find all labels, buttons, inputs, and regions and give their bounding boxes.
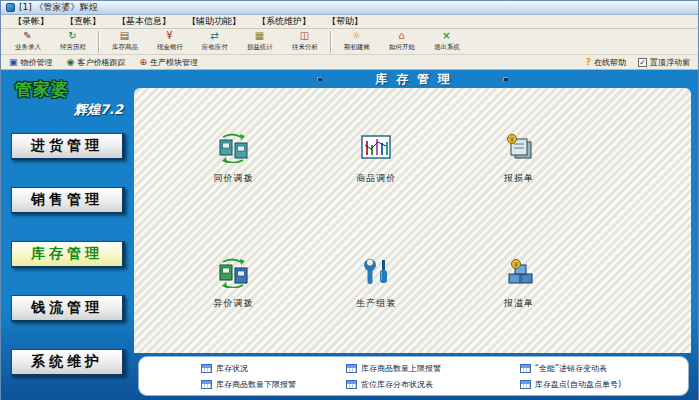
table-icon [520,364,531,373]
menubar: 【录帐】 【查帐】 【基本信息】 【辅助功能】 【系统维护】 【帮助】 [1,15,698,29]
sidebar: 管家婆 辉煌7.2 进货管理 销售管理 库存管理 钱流管理 系统维护 [9,70,131,400]
production-assembly-icon [358,258,394,292]
toolbar-separator [330,31,331,53]
toolbar-label: 库存商品 [112,42,138,51]
toolbar-cash-bank[interactable]: ¥ 现金银行 [147,30,192,52]
module-overflow-report[interactable]: ¥ 报溢单 [448,222,591,348]
cash-bank-icon: ¥ [166,30,172,42]
page-header-band: 库存管理 [134,70,691,88]
toolbar-customer-price-track[interactable]: ◉ 客户价格跟踪 [67,57,126,68]
link-label: “全能”进销存变动表 [535,363,607,374]
page-title: 库存管理 [366,71,459,88]
content-area: 管家婆 辉煌7.2 进货管理 销售管理 库存管理 钱流管理 系统维护 库存管理 [1,70,698,400]
online-help-button[interactable]: ? 在线帮助 [586,57,626,68]
app-logo: 管家婆 辉煌7.2 [15,78,123,119]
same-price-transfer-icon [215,133,251,167]
initial-setup-icon: ☼ [352,30,361,42]
toolbar-how-to-start[interactable]: ⌂ 如何开始 [379,30,424,52]
sidebar-item-sales[interactable]: 销售管理 [11,187,125,214]
main-area: 库存管理 [131,70,698,400]
business-entry-icon: ✎ [23,30,31,42]
toolbar-label: 生产模块管理 [150,57,198,68]
module-loss-report[interactable]: ¥ 报损单 [448,96,591,222]
toolbar-right-group: ? 在线帮助 ✓ 置顶浮动窗 [586,57,690,68]
menu-help[interactable]: 【帮助】 [327,15,363,28]
menu-sys-maintain[interactable]: 【系统维护】 [257,15,311,28]
module-panel: 同价调拨 商品调价 [134,88,691,353]
sidebar-item-maintenance[interactable]: 系统维护 [11,349,125,376]
logo-version-text: 辉煌7.2 [15,101,123,119]
toolbar-business-entry[interactable]: ✎ 业务录入 [5,30,50,52]
sidebar-item-inventory[interactable]: 库存管理 [11,241,125,268]
menu-query[interactable]: 【查帐】 [65,15,101,28]
float-window-toggle[interactable]: ✓ 置顶浮动窗 [638,57,690,68]
header-dot-icon [503,77,508,81]
exit-system-icon: × [442,30,450,42]
sidebar-item-purchase[interactable]: 进货管理 [11,133,125,160]
float-window-checkbox[interactable]: ✓ [638,58,647,67]
link-label: 库存盘点(自动盘点单号) [535,379,621,390]
link-location-distribution[interactable]: 货位库存分布状况表 [346,379,520,390]
toolbar-label: 损益统计 [247,42,273,51]
module-label: 报溢单 [504,297,534,310]
transaction-analysis-icon: ◫ [300,30,309,42]
svg-text:¥: ¥ [510,135,515,143]
goods-price-adjust-icon [358,133,394,167]
diff-price-transfer-icon [215,258,251,292]
window-title: [1] 《管家婆》辉煌 [19,1,98,14]
app-window: [1] 《管家婆》辉煌 【录帐】 【查帐】 【基本信息】 【辅助功能】 【系统维… [0,0,699,400]
sidebar-item-cashflow[interactable]: 钱流管理 [11,295,125,322]
toolbar-initial-setup[interactable]: ☼ 期初建账 [334,30,379,52]
toolbar-transaction-analysis[interactable]: ◫ 往来分析 [282,30,327,52]
svg-text:¥: ¥ [514,261,519,269]
module-label: 同价调拨 [213,172,253,185]
toolbar-business-history[interactable]: ↻ 经营历程 [50,30,95,52]
module-goods-price-adjust[interactable]: 商品调价 [305,96,448,222]
toolbar-production-module[interactable]: ⊕ 生产模块管理 [139,57,198,68]
menu-record[interactable]: 【录帐】 [13,15,49,28]
toolbar-label: 物价管理 [21,57,53,68]
link-almighty-change-table[interactable]: “全能”进销存变动表 [520,363,684,374]
overflow-report-icon: ¥ [501,258,537,292]
toolbar-label: 经营历程 [60,42,86,51]
profit-loss-icon: ▦ [255,30,264,42]
link-upper-limit-alert[interactable]: 库存商品数量上限报警 [346,363,520,374]
toolbar-label: 退出系统 [434,42,460,51]
stock-goods-icon: ▤ [120,30,129,42]
link-stocktake[interactable]: 库存盘点(自动盘点单号) [520,379,684,390]
titlebar: [1] 《管家婆》辉煌 [1,1,698,15]
table-icon [520,380,531,389]
main-toolbar: ✎ 业务录入 ↻ 经营历程 ▤ 库存商品 ¥ 现金银行 ⇄ 应收应付 ▦ 损益统… [1,29,698,55]
toolbar-label: 如何开始 [389,42,415,51]
loss-report-icon: ¥ [501,133,537,167]
module-same-price-transfer[interactable]: 同价调拨 [162,96,305,222]
toolbar-profit-loss[interactable]: ▦ 损益统计 [237,30,282,52]
price-management-icon: ▣ [9,57,18,67]
menu-aux-function[interactable]: 【辅助功能】 [187,15,241,28]
customer-price-track-icon: ◉ [67,57,75,67]
module-label: 异价调拨 [213,297,253,310]
table-icon [201,364,212,373]
toolbar-label: 期初建账 [344,42,370,51]
toolbar-stock-goods[interactable]: ▤ 库存商品 [102,30,147,52]
module-diff-price-transfer[interactable]: 异价调拨 [162,222,305,348]
toolbar-label: 业务录入 [15,42,41,51]
link-lower-limit-alert[interactable]: 库存商品数量下限报警 [201,379,346,390]
toolbar-label: 往来分析 [292,42,318,51]
production-module-icon: ⊕ [139,57,147,67]
toolbar-price-management[interactable]: ▣ 物价管理 [9,57,53,68]
menu-basic-info[interactable]: 【基本信息】 [117,15,171,28]
toolbar-receivable-payable[interactable]: ⇄ 应收应付 [192,30,237,52]
link-inventory-status[interactable]: 库存状况 [201,363,346,374]
link-label: 库存商品数量下限报警 [216,379,296,390]
table-icon [346,364,357,373]
module-production-assembly[interactable]: 生产组装 [305,222,448,348]
header-dot-icon [317,77,322,81]
link-label: 货位库存分布状况表 [361,379,433,390]
online-help-label: 在线帮助 [594,57,626,68]
module-label: 报损单 [504,172,534,185]
module-label: 生产组装 [356,297,396,310]
module-label: 商品调价 [356,172,396,185]
toolbar-exit-system[interactable]: × 退出系统 [424,30,469,52]
link-label: 库存商品数量上限报警 [361,363,441,374]
